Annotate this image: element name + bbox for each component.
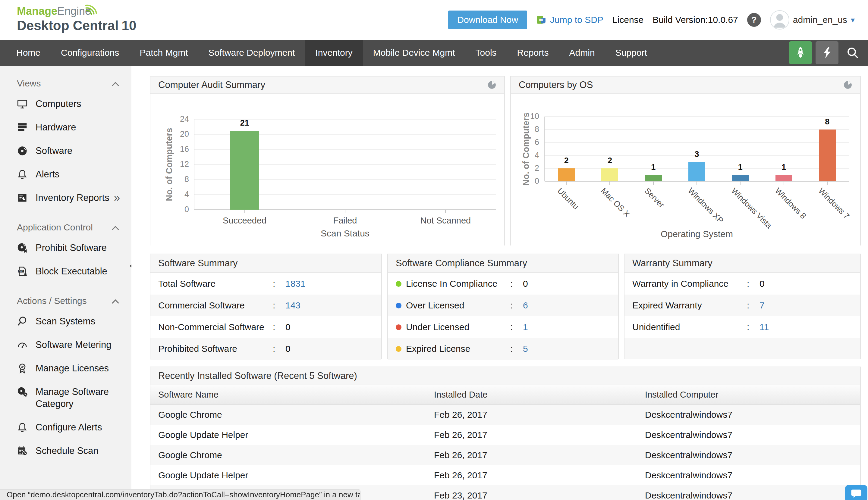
- prohibit-software-icon: [17, 242, 28, 253]
- jump-to-sdp-link[interactable]: Jump to SDP: [536, 14, 603, 25]
- nav-item-inventory[interactable]: Inventory: [305, 40, 363, 66]
- chat-widget-button[interactable]: [845, 485, 867, 500]
- summary-value: 0: [286, 344, 291, 354]
- sidebar-item-software[interactable]: Software: [0, 139, 131, 163]
- nav-items: HomeConfigurationsPatch MgmtSoftware Dep…: [6, 40, 657, 66]
- product-version: 10: [121, 18, 136, 33]
- bar-succeeded[interactable]: [230, 131, 259, 210]
- y-axis-title: No. of Computers: [521, 112, 531, 185]
- table-row: Google Update HelperFeb 26, 2017Deskcent…: [151, 425, 860, 445]
- sidebar-item-hardware[interactable]: Hardware: [0, 116, 131, 139]
- gridline: [545, 129, 849, 130]
- sidebar-item-manage-software-category[interactable]: Manage Software Category: [0, 380, 131, 416]
- summary-value[interactable]: 1: [523, 322, 528, 332]
- user-menu[interactable]: admin_en_us ▾: [770, 10, 855, 30]
- x-tick-mark: [244, 209, 245, 213]
- nav-item-patch-mgmt[interactable]: Patch Mgmt: [129, 40, 198, 66]
- status-dot-icon: [396, 303, 401, 308]
- sidebar-item-label: Computers: [35, 98, 81, 110]
- product-title: Desktop Central: [17, 18, 119, 33]
- panel-header: Warranty Summary: [624, 254, 860, 273]
- computer-audit-summary-panel: Computer Audit Summary 0481216202421Succ…: [150, 76, 505, 246]
- sidebar-item-alerts[interactable]: Alerts: [0, 163, 131, 186]
- x-tick-mark: [345, 209, 345, 213]
- app-logo[interactable]: ManageEngine Desktop Central10: [17, 5, 136, 33]
- getting-started-rocket-button[interactable]: [789, 41, 812, 64]
- column-header-software-name: Software Name: [158, 390, 434, 400]
- sidebar-section-application-control[interactable]: Application Control: [0, 209, 131, 236]
- sidebar-item-scan-systems[interactable]: Scan Systems: [0, 310, 131, 333]
- bar-value-label: 1: [722, 163, 758, 172]
- nav-item-home[interactable]: Home: [6, 40, 51, 66]
- sidebar-item-label: Prohibit Software: [35, 242, 107, 254]
- pie-chart-toggle-icon[interactable]: [487, 80, 497, 90]
- summary-colon: :: [273, 279, 275, 289]
- bar-windows-7[interactable]: [819, 129, 836, 181]
- sidebar-item-software-metering[interactable]: Software Metering: [0, 333, 131, 356]
- summary-value[interactable]: 1831: [286, 279, 305, 289]
- bar-value-label: 1: [635, 163, 671, 172]
- sidebar-item-block-executable[interactable]: EXEBlock Executable: [0, 260, 131, 283]
- sdp-icon: [536, 14, 547, 25]
- x-category-label: Windows 8: [773, 186, 808, 221]
- help-icon[interactable]: ?: [747, 13, 761, 27]
- sidebar-item-label: Alerts: [35, 168, 59, 180]
- sidebar-item-label: Manage Licenses: [35, 362, 109, 374]
- sidebar-item-computers[interactable]: Computers: [0, 92, 131, 116]
- x-category-label: Windows 7: [816, 186, 851, 221]
- sidebar-section-views[interactable]: Views: [0, 66, 131, 92]
- sidebar-section-title: Views: [17, 78, 41, 89]
- summary-value: 0: [523, 279, 528, 289]
- column-header-installed-computer: Installed Computer: [645, 390, 852, 400]
- summary-colon: :: [747, 300, 749, 310]
- bar-value-label: 8: [809, 117, 845, 126]
- table-rows: Google ChromeFeb 26, 2017Deskcentralwind…: [151, 405, 860, 500]
- warranty-summary-panel: Warranty Summary Warranty in Compliance:…: [624, 254, 861, 359]
- nav-item-configurations[interactable]: Configurations: [51, 40, 129, 66]
- quick-actions-button[interactable]: [815, 41, 838, 64]
- nav-item-mobile-device-mgmt[interactable]: Mobile Device Mgmt: [363, 40, 465, 66]
- summary-row-under-licensed: Under Licensed:1: [388, 316, 618, 338]
- table-cell: Feb 26, 2017: [434, 450, 645, 460]
- summary-label: Over Licensed: [406, 300, 464, 310]
- summary-value[interactable]: 5: [523, 344, 528, 354]
- audit-chart-body: 0481216202421SucceededFailedNot ScannedS…: [151, 94, 504, 246]
- sidebar-item-inventory-reports[interactable]: Inventory Reports»: [0, 186, 131, 209]
- nav-item-admin[interactable]: Admin: [559, 40, 605, 66]
- bar-windows-8[interactable]: [776, 175, 792, 182]
- summary-value[interactable]: 143: [286, 300, 300, 310]
- summary-value[interactable]: 11: [759, 322, 769, 332]
- gridline: [545, 116, 849, 117]
- summary-colon: :: [273, 322, 275, 332]
- bar-ubuntu[interactable]: [558, 168, 575, 181]
- sidebar-item-label: Block Executable: [35, 265, 107, 277]
- license-link[interactable]: License: [612, 15, 644, 25]
- summary-row-over-licensed: Over Licensed:6: [388, 295, 618, 316]
- bar-mac-os-x[interactable]: [601, 168, 618, 181]
- x-category-label: Windows Vista: [730, 186, 774, 230]
- summary-label: Commercial Software: [158, 300, 245, 310]
- bar-windows-xp[interactable]: [688, 162, 705, 182]
- summary-value[interactable]: 6: [523, 300, 528, 310]
- sidebar-section-actions-settings[interactable]: Actions / Settings: [0, 283, 131, 310]
- bar-server[interactable]: [645, 175, 662, 182]
- x-axis-title: Scan Status: [194, 228, 496, 239]
- download-now-button[interactable]: Download Now: [448, 11, 527, 29]
- sidebar-section-title: Application Control: [17, 222, 93, 232]
- x-tick-mark: [445, 209, 446, 213]
- summary-value[interactable]: 7: [759, 300, 765, 310]
- nav-item-tools[interactable]: Tools: [465, 40, 507, 66]
- sidebar-item-configure-alerts[interactable]: Configure Alerts: [0, 416, 131, 439]
- sidebar-item-schedule-scan[interactable]: Schedule Scan: [0, 439, 131, 463]
- nav-item-reports[interactable]: Reports: [507, 40, 559, 66]
- bar-windows-vista[interactable]: [732, 175, 749, 182]
- sidebar-item-manage-licenses[interactable]: Manage Licenses: [0, 356, 131, 380]
- software-metering-icon: [17, 340, 28, 350]
- pie-chart-toggle-icon[interactable]: [843, 80, 852, 90]
- sidebar-item-prohibit-software[interactable]: Prohibit Software: [0, 236, 131, 260]
- nav-item-support[interactable]: Support: [605, 40, 657, 66]
- search-button[interactable]: [846, 46, 859, 59]
- nav-item-software-deployment[interactable]: Software Deployment: [198, 40, 305, 66]
- build-version-label: Build Version:10.0.67: [653, 15, 738, 25]
- gridline: [545, 142, 849, 143]
